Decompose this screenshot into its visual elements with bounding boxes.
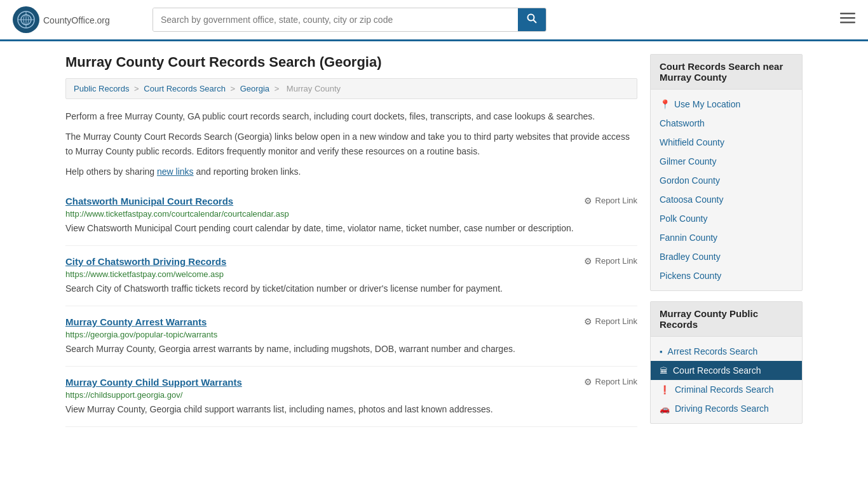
record-desc-1: Search City of Chatsworth traffic ticket… (65, 282, 637, 295)
breadcrumb-public-records[interactable]: Public Records (74, 84, 129, 93)
nearby-title: Court Records Search near Murray County (651, 55, 802, 90)
rec-icon-2: ❗ (660, 385, 670, 395)
logo-icon (13, 6, 39, 33)
description-para3: Help others by sharing new links and rep… (65, 165, 637, 179)
record-title-2[interactable]: Murray County Arrest Warrants (65, 316, 207, 327)
nearby-links: 📍 Use My Location ChatsworthWhitfield Co… (651, 90, 802, 290)
record-header-0: Chatsworth Municipal Court Records ⚙ Rep… (65, 196, 637, 207)
report-icon-2: ⚙ (584, 316, 592, 327)
logo-text: CountyOffice.org (43, 13, 110, 27)
report-icon-1: ⚙ (584, 256, 592, 266)
rec-label-1: Court Records Search (673, 365, 761, 376)
public-records-section: Murray County Public Records ▪Arrest Rec… (650, 301, 803, 424)
nearby-link-7[interactable]: Bradley County (651, 247, 802, 266)
record-header-1: City of Chatsworth Driving Records ⚙ Rep… (65, 256, 637, 267)
search-button[interactable] (518, 8, 546, 31)
record-url-3[interactable]: https://childsupport.georgia.gov/ (65, 390, 637, 400)
sidebar: Court Records Search near Murray County … (650, 54, 803, 434)
menu-icon[interactable] (840, 11, 855, 28)
nearby-link-6[interactable]: Fannin County (651, 228, 802, 247)
record-desc-3: View Murray County, Georgia child suppor… (65, 403, 637, 416)
nearby-link-4[interactable]: Catoosa County (651, 190, 802, 209)
report-label-2: Report Link (595, 316, 637, 326)
breadcrumb-court-records[interactable]: Court Records Search (144, 84, 226, 93)
use-location-label: Use My Location (674, 99, 740, 109)
public-record-link-3[interactable]: 🚗Driving Records Search (651, 399, 802, 418)
search-input[interactable] (153, 8, 518, 31)
report-label-0: Report Link (595, 196, 637, 205)
record-url-2[interactable]: https://georgia.gov/popular-topic/warran… (65, 330, 637, 339)
breadcrumb-sep-3: > (275, 84, 281, 93)
record-desc-0: View Chatsworth Municipal Court pending … (65, 222, 637, 235)
svg-line-6 (534, 20, 537, 24)
new-links-link[interactable]: new links (157, 166, 194, 177)
search-bar (153, 8, 546, 32)
report-icon-3: ⚙ (584, 377, 592, 387)
record-item-0: Chatsworth Municipal Court Records ⚙ Rep… (65, 186, 637, 246)
svg-point-5 (528, 15, 534, 21)
public-records-links: ▪Arrest Records Search🏛Court Records Sea… (651, 337, 802, 423)
report-link-1[interactable]: ⚙ Report Link (584, 256, 637, 266)
nearby-link-3[interactable]: Gordon County (651, 171, 802, 190)
report-link-3[interactable]: ⚙ Report Link (584, 377, 637, 387)
rec-label-2: Criminal Records Search (675, 384, 774, 395)
record-item-3: Murray County Child Support Warrants ⚙ R… (65, 367, 637, 427)
public-record-link-0[interactable]: ▪Arrest Records Search (651, 342, 802, 361)
nearby-link-2[interactable]: Gilmer County (651, 152, 802, 171)
report-link-0[interactable]: ⚙ Report Link (584, 196, 637, 206)
report-label-1: Report Link (595, 256, 637, 266)
logo-suffix: .org (95, 15, 110, 25)
nearby-link-8[interactable]: Pickens County (651, 266, 802, 285)
report-label-3: Report Link (595, 377, 637, 386)
svg-rect-7 (840, 13, 855, 15)
content-area: Murray County Court Records Search (Geor… (65, 54, 637, 434)
public-record-link-2[interactable]: ❗Criminal Records Search (651, 380, 802, 399)
breadcrumb-sep-2: > (231, 84, 238, 93)
desc-para3-suffix: and reporting broken links. (194, 166, 301, 177)
breadcrumb-sep-1: > (134, 84, 141, 93)
record-item-1: City of Chatsworth Driving Records ⚙ Rep… (65, 246, 637, 306)
desc-para3-prefix: Help others by sharing (65, 166, 157, 177)
public-records-title: Murray County Public Records (651, 302, 802, 337)
breadcrumb-murray-county: Murray County (287, 84, 341, 93)
header: CountyOffice.org (0, 0, 868, 41)
rec-icon-1: 🏛 (660, 366, 668, 376)
record-title-0[interactable]: Chatsworth Municipal Court Records (65, 196, 233, 207)
svg-rect-8 (840, 17, 855, 19)
main-container: Murray County Court Records Search (Geor… (53, 54, 815, 434)
breadcrumb: Public Records > Court Records Search > … (65, 78, 637, 99)
nearby-section: Court Records Search near Murray County … (650, 54, 803, 291)
record-header-3: Murray County Child Support Warrants ⚙ R… (65, 377, 637, 388)
nearby-link-0[interactable]: Chatsworth (651, 114, 802, 133)
record-url-0[interactable]: http://www.ticketfastpay.com/courtcalend… (65, 209, 637, 219)
record-header-2: Murray County Arrest Warrants ⚙ Report L… (65, 316, 637, 327)
record-url-1[interactable]: https://www.ticketfastpay.com/welcome.as… (65, 269, 637, 279)
nearby-link-1[interactable]: Whitfield County (651, 133, 802, 152)
record-item-2: Murray County Arrest Warrants ⚙ Report L… (65, 306, 637, 367)
record-title-1[interactable]: City of Chatsworth Driving Records (65, 256, 226, 267)
record-title-3[interactable]: Murray County Child Support Warrants (65, 377, 242, 388)
logo-area: CountyOffice.org (13, 6, 140, 33)
public-record-link-1[interactable]: 🏛Court Records Search (651, 361, 802, 380)
records-list: Chatsworth Municipal Court Records ⚙ Rep… (65, 186, 637, 427)
page-title: Murray County Court Records Search (Geor… (65, 54, 637, 71)
nearby-link-5[interactable]: Polk County (651, 209, 802, 228)
rec-icon-3: 🚗 (660, 404, 670, 414)
report-link-2[interactable]: ⚙ Report Link (584, 316, 637, 327)
rec-label-3: Driving Records Search (675, 403, 769, 414)
description-para1: Perform a free Murray County, GA public … (65, 109, 637, 123)
nearby-links-list: ChatsworthWhitfield CountyGilmer CountyG… (651, 114, 802, 285)
record-desc-2: Search Murray County, Georgia arrest war… (65, 342, 637, 356)
report-icon-0: ⚙ (584, 196, 592, 206)
breadcrumb-georgia[interactable]: Georgia (240, 84, 269, 93)
location-pin-icon: 📍 (660, 99, 670, 109)
logo-name: CountyOffice (43, 15, 95, 25)
rec-label-0: Arrest Records Search (668, 346, 758, 356)
use-location-link[interactable]: 📍 Use My Location (651, 95, 802, 114)
svg-rect-9 (840, 22, 855, 24)
description-para2: The Murray County Court Records Search (… (65, 130, 637, 158)
rec-icon-0: ▪ (660, 347, 663, 356)
